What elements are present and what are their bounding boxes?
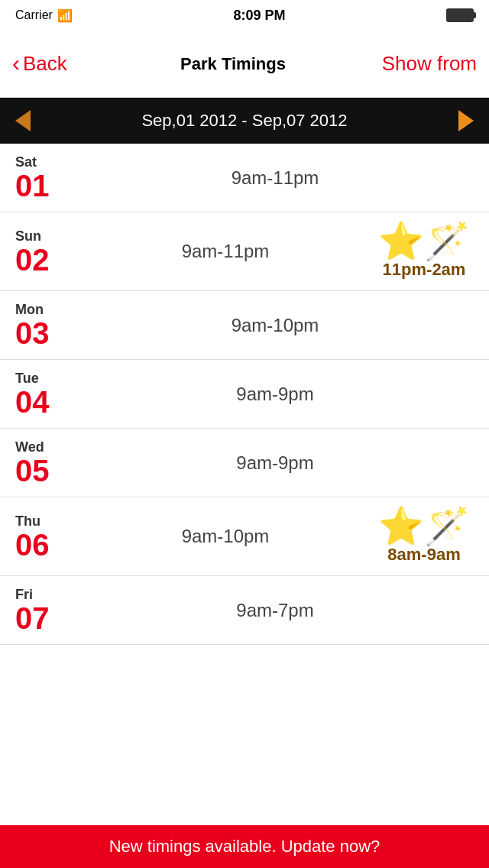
prev-week-button[interactable] bbox=[15, 110, 31, 131]
special-time-label: 11pm-2am bbox=[383, 260, 466, 280]
schedule-row: Thu069am-10pm⭐🪄8am-9am bbox=[0, 497, 489, 576]
day-info: Sat01 bbox=[15, 154, 76, 201]
time-info: 9am-10pm bbox=[76, 315, 474, 336]
day-name: Wed bbox=[15, 439, 76, 455]
day-info: Wed05 bbox=[15, 439, 76, 486]
time-info: 9am-9pm bbox=[76, 452, 474, 474]
day-info: Tue04 bbox=[15, 371, 76, 417]
schedule-row: Tue049am-9pm bbox=[0, 360, 489, 429]
day-name: Thu bbox=[15, 513, 76, 530]
carrier-wifi: Carrier 📶 bbox=[15, 8, 73, 23]
day-number: 06 bbox=[15, 530, 76, 560]
day-number: 04 bbox=[15, 387, 76, 417]
nav-bar: ‹ Back Park Timings Show from bbox=[0, 31, 489, 98]
special-info: ⭐🪄8am-9am bbox=[374, 508, 474, 565]
time-info: 9am-9pm bbox=[76, 384, 474, 405]
bottom-banner[interactable]: New timings available. Update now? bbox=[0, 825, 489, 868]
battery-fill bbox=[448, 10, 472, 21]
day-name: Sun bbox=[15, 228, 76, 245]
day-name: Sat bbox=[15, 154, 76, 170]
time-info: 9am-10pm bbox=[76, 526, 374, 547]
day-name: Tue bbox=[15, 371, 76, 387]
time-info: 9am-7pm bbox=[76, 600, 474, 621]
special-time-label: 8am-9am bbox=[387, 545, 460, 565]
carrier-label: Carrier bbox=[15, 8, 53, 22]
day-number: 01 bbox=[15, 170, 76, 201]
day-number: 07 bbox=[15, 603, 76, 633]
schedule-row: Wed059am-9pm bbox=[0, 429, 489, 497]
week-header: Sep,01 2012 - Sep,07 2012 bbox=[0, 98, 489, 144]
day-number: 02 bbox=[15, 245, 76, 275]
day-info: Mon03 bbox=[15, 302, 76, 348]
magic-wand-icon: ⭐🪄 bbox=[378, 223, 470, 260]
show-from-button[interactable]: Show from bbox=[362, 52, 477, 76]
schedule-container: Sat019am-11pmSun029am-11pm⭐🪄11pm-2amMon0… bbox=[0, 144, 489, 645]
day-info: Thu06 bbox=[15, 513, 76, 560]
schedule-row: Sun029am-11pm⭐🪄11pm-2am bbox=[0, 212, 489, 291]
next-week-button[interactable] bbox=[458, 110, 474, 131]
status-time: 8:09 PM bbox=[233, 8, 285, 24]
magic-wand-icon: ⭐🪄 bbox=[378, 508, 470, 545]
time-info: 9am-11pm bbox=[76, 241, 374, 262]
time-info: 9am-11pm bbox=[76, 167, 474, 189]
bottom-banner-text: New timings available. Update now? bbox=[109, 837, 381, 857]
back-button[interactable]: ‹ Back bbox=[12, 52, 104, 76]
status-bar: Carrier 📶 8:09 PM bbox=[0, 0, 489, 31]
special-info: ⭐🪄11pm-2am bbox=[374, 223, 474, 280]
day-number: 03 bbox=[15, 318, 76, 348]
day-number: 05 bbox=[15, 455, 76, 486]
schedule-row: Mon039am-10pm bbox=[0, 291, 489, 360]
day-name: Mon bbox=[15, 302, 76, 318]
battery-icon bbox=[446, 8, 474, 22]
schedule-row: Sat019am-11pm bbox=[0, 144, 489, 212]
day-name: Fri bbox=[15, 587, 76, 603]
back-chevron-icon: ‹ bbox=[12, 50, 20, 76]
wifi-icon: 📶 bbox=[57, 8, 73, 23]
week-range-label: Sep,01 2012 - Sep,07 2012 bbox=[141, 111, 347, 131]
day-info: Fri07 bbox=[15, 587, 76, 633]
schedule-row: Fri079am-7pm bbox=[0, 576, 489, 645]
back-label: Back bbox=[23, 52, 67, 76]
page-title: Park Timings bbox=[104, 54, 362, 74]
day-info: Sun02 bbox=[15, 228, 76, 275]
